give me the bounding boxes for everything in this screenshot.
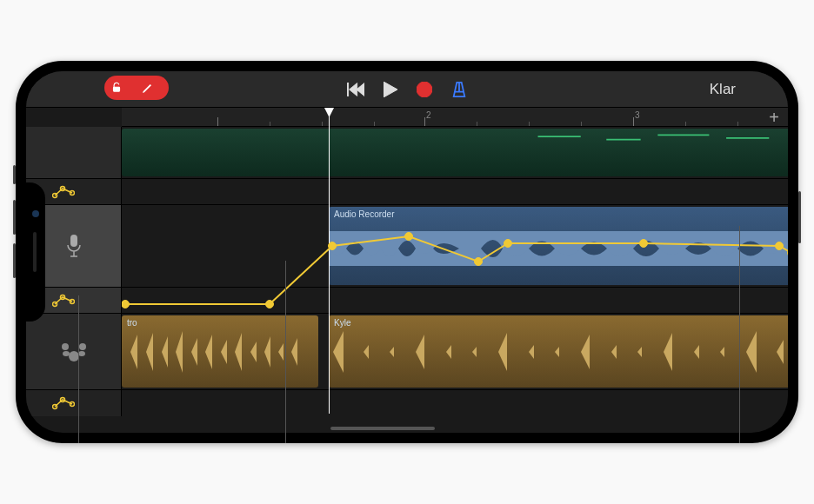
volume-down	[13, 243, 16, 278]
svg-rect-0	[113, 87, 120, 92]
waveform	[329, 328, 788, 376]
track-row: tro Kyle	[26, 314, 788, 390]
region-label: Kyle	[334, 318, 350, 328]
timeline-ruler[interactable]: 2 3 +	[122, 108, 788, 127]
ruler-bar-label: 2	[426, 110, 431, 120]
mute-switch	[13, 165, 16, 184]
scrollbar-thumb[interactable]	[330, 427, 435, 430]
midi-region[interactable]	[122, 129, 788, 176]
transport-controls	[347, 81, 467, 98]
callout-line	[78, 295, 79, 443]
top-toolbar: Klar	[26, 71, 788, 108]
add-track-button[interactable]: +	[769, 108, 779, 128]
region-label: Audio Recorder	[334, 209, 394, 219]
ruler-bar-label: 3	[635, 110, 640, 120]
rewind-button[interactable]	[347, 83, 364, 96]
track-row: Audio Recorder	[26, 205, 788, 288]
automation-lane[interactable]	[122, 179, 788, 204]
svg-rect-1	[347, 83, 349, 96]
automation-row	[26, 390, 788, 416]
callout-line	[739, 226, 740, 443]
automation-row	[26, 179, 788, 205]
svg-rect-5	[657, 135, 709, 136]
pencil-icon	[127, 76, 169, 100]
drummer-region[interactable]: Kyle	[329, 315, 788, 388]
track-header-keys[interactable]	[26, 127, 122, 178]
metronome-button[interactable]	[451, 81, 467, 98]
track-lane[interactable]	[122, 127, 788, 178]
horizontal-scrollbar[interactable]	[122, 426, 788, 431]
volume-up	[13, 200, 16, 235]
automation-row	[26, 288, 788, 314]
track-lane[interactable]: tro Kyle	[122, 314, 788, 389]
svg-rect-4	[606, 139, 640, 141]
region-label: tro	[127, 318, 137, 328]
drummer-region[interactable]: tro	[122, 315, 318, 388]
playhead[interactable]	[329, 108, 330, 414]
svg-rect-6	[726, 137, 769, 139]
microphone-icon	[64, 233, 83, 259]
svg-point-18	[79, 343, 86, 350]
waveform	[122, 328, 318, 376]
automation-toggle[interactable]	[26, 390, 122, 416]
svg-point-17	[62, 343, 69, 350]
screen: Klar 2 3 +	[26, 71, 788, 433]
track-row	[26, 127, 788, 179]
waveform	[329, 231, 788, 266]
device-frame: Klar 2 3 +	[16, 61, 798, 443]
svg-point-15	[63, 351, 70, 356]
done-button[interactable]: Klar	[710, 81, 736, 98]
lock-icon	[104, 76, 129, 100]
track-lane[interactable]: Audio Recorder	[122, 205, 788, 287]
drumkit-icon	[61, 342, 87, 362]
edit-mode-badge[interactable]	[104, 76, 169, 100]
callout-line	[285, 261, 286, 443]
device-notch	[26, 182, 45, 322]
svg-rect-3	[538, 136, 581, 137]
record-button[interactable]	[417, 82, 432, 97]
tracks-area: Audio Recorder	[26, 127, 788, 433]
automation-lane[interactable]	[122, 390, 788, 416]
track-header-drums[interactable]	[26, 314, 122, 389]
audio-region[interactable]: Audio Recorder	[329, 207, 788, 285]
power-button	[798, 191, 801, 243]
svg-point-14	[69, 351, 79, 361]
svg-point-2	[417, 82, 432, 97]
automation-lane[interactable]	[122, 288, 788, 313]
play-button[interactable]	[384, 82, 397, 97]
svg-rect-10	[70, 235, 77, 247]
